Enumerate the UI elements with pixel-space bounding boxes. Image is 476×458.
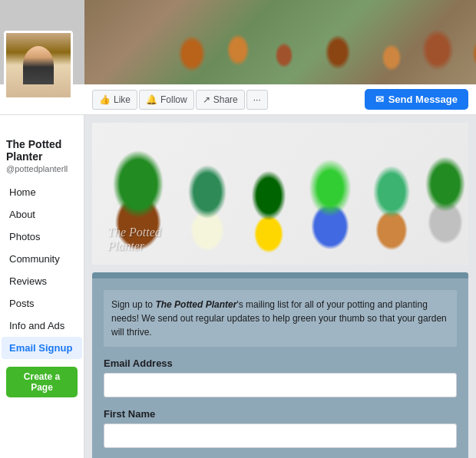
share-label: Share — [213, 94, 238, 105]
sidebar-item-info-ads[interactable]: Info and Ads — [2, 315, 82, 337]
follow-button[interactable]: 🔔 Follow — [139, 90, 194, 110]
form-intro: Sign up to The Potted Planter's mailing … — [104, 290, 457, 347]
first-name-input[interactable] — [104, 423, 457, 448]
page-name: The Potted Planter — [0, 138, 84, 164]
plant-logo: The PottedPlanter — [107, 226, 161, 253]
cover-photo — [84, 0, 476, 84]
profile-pic-area — [0, 0, 84, 84]
profile-picture — [4, 31, 73, 100]
like-button[interactable]: 👍 Like — [92, 90, 137, 110]
form-card: Sign up to The Potted Planter's mailing … — [92, 272, 468, 458]
share-button[interactable]: ↗ Share — [196, 90, 245, 110]
send-message-label: Send Message — [388, 94, 458, 105]
content-area: The PottedPlanter Sign up to The Potted … — [84, 115, 476, 458]
sidebar-item-community[interactable]: Community — [2, 248, 82, 270]
like-label: Like — [114, 94, 131, 105]
thumbs-up-icon: 👍 — [99, 94, 111, 105]
main-layout: The Potted Planter @pottedplanterll Home… — [0, 115, 476, 458]
create-page-button[interactable]: Create a Page — [6, 367, 78, 397]
sidebar-item-about[interactable]: About — [2, 203, 82, 226]
sidebar-item-posts[interactable]: Posts — [2, 292, 82, 315]
first-name-label: First Name — [104, 408, 457, 420]
sidebar-item-home[interactable]: Home — [2, 181, 82, 203]
sidebar: The Potted Planter @pottedplanterll Home… — [0, 115, 84, 458]
brand-name-italic: The Potted Planter — [155, 299, 236, 310]
profile-pic-inner — [6, 33, 71, 97]
email-input[interactable] — [104, 373, 457, 397]
email-label: Email Address — [104, 358, 457, 369]
share-icon: ↗ — [203, 94, 210, 105]
more-label: ··· — [253, 94, 261, 105]
plant-image: The PottedPlanter — [92, 123, 468, 265]
more-button[interactable]: ··· — [246, 90, 268, 110]
sidebar-item-email-signup[interactable]: Email Signup — [2, 337, 82, 359]
follow-icon: 🔔 — [146, 94, 157, 105]
plant-logo-text: The PottedPlanter — [107, 226, 161, 253]
sidebar-item-photos[interactable]: Photos — [2, 226, 82, 248]
send-message-button[interactable]: ✉ Send Message — [365, 89, 468, 110]
cover-area — [0, 0, 476, 84]
form-header-bar — [92, 272, 468, 278]
page-wrapper: 👍 Like 🔔 Follow ↗ Share ··· ✉ Send Messa… — [0, 0, 476, 458]
sidebar-item-reviews[interactable]: Reviews — [2, 270, 82, 292]
first-name-field-group: First Name — [104, 408, 457, 448]
page-handle: @pottedplanterll — [0, 164, 84, 181]
email-field-group: Email Address — [104, 358, 457, 397]
form-body: Sign up to The Potted Planter's mailing … — [92, 278, 468, 458]
message-icon: ✉ — [375, 94, 384, 105]
follow-label: Follow — [160, 94, 187, 105]
plant-image-card: The PottedPlanter — [92, 123, 468, 265]
